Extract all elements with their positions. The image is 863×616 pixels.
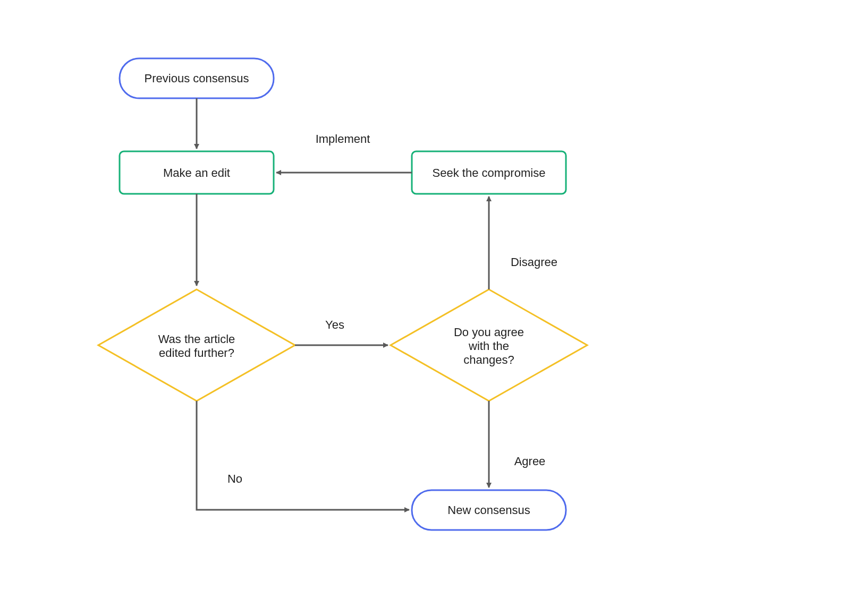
label-seek-compromise: Seek the compromise [433,166,546,179]
label-no: No [227,472,242,485]
label-agree: Agree [514,455,546,468]
label-new-consensus: New consensus [447,503,530,517]
label-agree-line3: changes? [463,353,514,366]
label-agree-line1: Do you agree [454,326,524,339]
label-yes: Yes [325,318,344,331]
flowchart-diagram: Previous consensus Make an edit Seek the… [0,0,863,616]
node-new-consensus: New consensus [412,490,566,530]
node-seek-compromise: Seek the compromise [412,151,566,194]
label-disagree: Disagree [511,255,557,269]
edge-yes: Yes [295,318,388,345]
node-was-edited: Was the article edited further? [98,289,295,401]
label-make-edit: Make an edit [163,166,230,179]
label-implement: Implement [316,132,370,146]
edge-no: No [197,401,409,510]
edge-disagree: Disagree [489,196,557,289]
label-previous-consensus: Previous consensus [145,72,249,85]
label-was-edited-line1: Was the article [158,332,235,346]
node-agree-changes: Do you agree with the changes? [391,289,587,401]
label-agree-line2: with the [468,339,509,353]
edge-compromise-to-edit: Implement [276,132,412,173]
label-was-edited-line2: edited further? [159,346,234,360]
edge-agree: Agree [489,401,545,487]
node-previous-consensus: Previous consensus [120,58,274,98]
node-make-edit: Make an edit [120,151,274,194]
